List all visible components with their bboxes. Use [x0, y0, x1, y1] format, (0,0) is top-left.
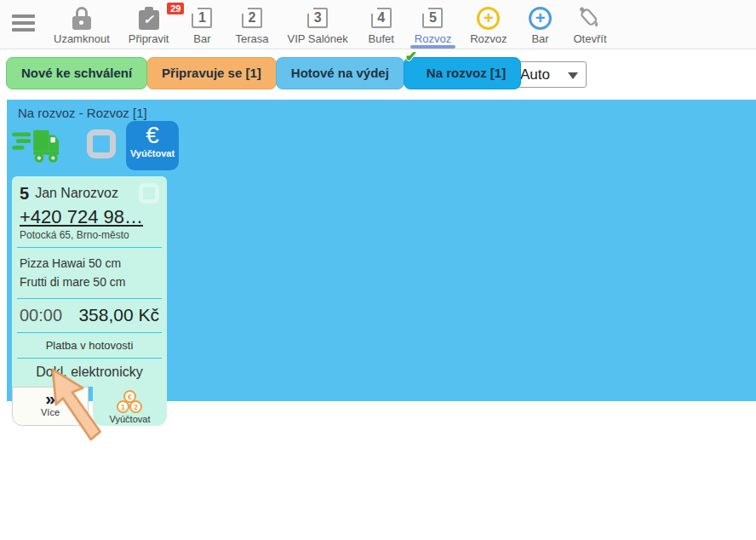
customer-phone-link[interactable]: +420 724 98… — [20, 206, 159, 228]
svg-text:€: € — [128, 392, 132, 400]
tab-hotove-na-vydej[interactable]: Hotové na výdej — [276, 57, 404, 89]
toolbar-item-label: Bufet — [369, 32, 394, 45]
delivery-board: Na rozvoz - Rozvoz [1] € Vyúčtovat 5 — [7, 100, 756, 401]
toolbar-item-label: Bar — [193, 32, 210, 45]
svg-text:1: 1 — [121, 402, 125, 411]
status-tabs: Nové ke schválení Připravuje se [1] Hoto… — [7, 57, 521, 89]
order-item: Pizza Hawai 50 cm — [20, 255, 159, 273]
toolbar-item-label: VIP Salónek — [287, 32, 347, 45]
toolbar-item-terasa[interactable]: 2 Terasa — [226, 0, 278, 49]
order-number: 5 — [20, 184, 29, 204]
lock-icon — [72, 5, 91, 31]
toolbar-item-label: Terasa — [235, 32, 268, 45]
toolbar-item-label: Uzamknout — [54, 32, 110, 45]
toolbar-item-otevrit[interactable]: Otevřít — [564, 0, 616, 49]
time-price-row: 00:00 358,00 Kč — [12, 299, 167, 332]
coins-icon: € 1 2 — [115, 389, 145, 415]
order-card-header: 5 Jan Narozvoz — [12, 183, 167, 204]
euro-icon: € — [126, 121, 179, 150]
settle-all-button[interactable]: € Vyúčtovat — [126, 121, 179, 170]
room-4-icon: 4 — [371, 8, 392, 28]
bottle-pour-icon — [578, 5, 602, 31]
toolbar-item-label: Rozvoz — [470, 32, 507, 45]
delivery-time-select[interactable]: Auto — [512, 61, 587, 88]
room-1-icon: 1 — [192, 8, 212, 28]
order-total: 358,00 Kč — [78, 305, 159, 325]
svg-text:2: 2 — [134, 402, 138, 411]
toolbar-item-new-bar[interactable]: + Bar — [517, 0, 564, 49]
order-item: Frutti di mare 50 cm — [20, 273, 159, 292]
toolbar-items: Uzamknout 29 Připravit 1 Bar 2 Terasa 3 … — [44, 0, 616, 49]
payment-method: Platba v hotovosti — [12, 333, 167, 358]
settle-all-label: Vyúčtovat — [126, 148, 179, 158]
toolbar-item-pripravit[interactable]: 29 Připravit — [119, 0, 179, 49]
chevron-down-icon — [568, 72, 578, 84]
tab-pripravuje-se[interactable]: Připravuje se [1] — [146, 57, 277, 89]
room-5-icon: 5 — [422, 8, 443, 28]
toolbar-item-uzamknout[interactable]: Uzamknout — [44, 0, 119, 49]
toolbar-item-label: Bar — [531, 32, 548, 45]
toolbar-item-label: Rozvoz — [415, 32, 451, 45]
room-2-icon: 2 — [242, 8, 262, 28]
toolbar-item-vip-salonek[interactable]: 3 VIP Salónek — [278, 0, 357, 49]
settle-order-label: Vyúčtovat — [110, 414, 151, 424]
tab-nove-ke-schvaleni[interactable]: Nové ke schválení — [6, 57, 147, 89]
plus-circle-blue-icon: + — [529, 7, 552, 30]
pos-app: Uzamknout 29 Připravit 1 Bar 2 Terasa 3 … — [0, 0, 756, 540]
tab-na-rozvoz[interactable]: ✔ Na rozvoz [1] — [404, 57, 521, 89]
order-timer: 00:00 — [20, 306, 62, 325]
menu-icon[interactable] — [12, 14, 35, 35]
board-title: Na rozvoz - Rozvoz [1] — [18, 106, 147, 120]
order-items: Pizza Hawai 50 cm Frutti di mare 50 cm — [12, 248, 167, 298]
toolbar-item-bar-1[interactable]: 1 Bar — [178, 0, 226, 49]
checkmark-icon: ✔ — [405, 49, 417, 64]
select-orders-checkbox-icon[interactable] — [87, 129, 116, 158]
toolbar-item-bufet[interactable]: 4 Bufet — [358, 0, 405, 49]
room-3-icon: 3 — [307, 8, 328, 28]
clipboard-check-icon — [139, 5, 159, 31]
order-checkbox[interactable] — [139, 183, 159, 204]
toolbar-item-label: Připravit — [129, 32, 169, 45]
tab-label: Na rozvoz [1] — [427, 66, 506, 80]
dropdown-value: Auto — [520, 66, 550, 83]
toolbar-item-label: Otevřít — [574, 32, 607, 45]
delivery-truck-icon[interactable] — [12, 125, 61, 166]
order-card-body: 5 Jan Narozvoz +420 724 98… Potocká 65, … — [12, 176, 167, 387]
toolbar-item-new-rozvoz[interactable]: + Rozvoz — [461, 0, 516, 49]
customer-name: Jan Narozvoz — [35, 186, 139, 201]
customer-address: Potocká 65, Brno-město — [20, 229, 159, 241]
top-toolbar: Uzamknout 29 Připravit 1 Bar 2 Terasa 3 … — [0, 0, 756, 49]
plus-circle-yellow-icon: + — [477, 7, 500, 30]
toolbar-item-rozvoz[interactable]: 5 Rozvoz — [405, 0, 461, 49]
